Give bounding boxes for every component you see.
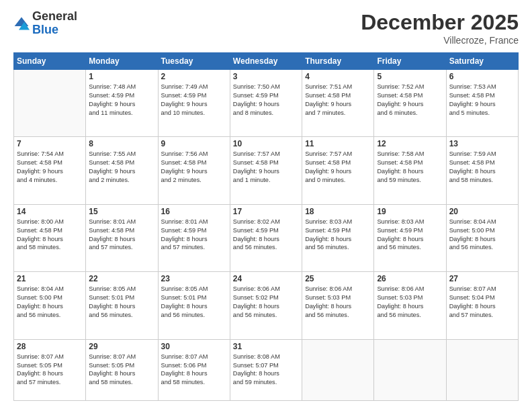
location: Villecroze, France bbox=[361, 35, 519, 46]
calendar-cell bbox=[446, 339, 518, 400]
day-number: 27 bbox=[449, 274, 515, 283]
day-info: Sunrise: 7:57 AM Sunset: 4:58 PM Dayligh… bbox=[305, 150, 371, 185]
calendar-cell: 17Sunrise: 8:02 AM Sunset: 4:59 PM Dayli… bbox=[230, 204, 302, 271]
day-number: 17 bbox=[233, 207, 299, 216]
calendar-cell: 25Sunrise: 8:06 AM Sunset: 5:03 PM Dayli… bbox=[302, 272, 374, 339]
day-number: 15 bbox=[89, 207, 154, 216]
calendar-cell: 6Sunrise: 7:53 AM Sunset: 4:58 PM Daylig… bbox=[446, 70, 518, 137]
day-number: 4 bbox=[305, 72, 371, 81]
day-info: Sunrise: 8:01 AM Sunset: 4:59 PM Dayligh… bbox=[161, 218, 227, 253]
calendar-cell: 27Sunrise: 8:07 AM Sunset: 5:04 PM Dayli… bbox=[446, 272, 518, 339]
month-title: December 2025 bbox=[361, 10, 519, 35]
day-number: 12 bbox=[377, 139, 443, 148]
calendar-cell: 9Sunrise: 7:56 AM Sunset: 4:58 PM Daylig… bbox=[158, 137, 230, 204]
day-info: Sunrise: 7:57 AM Sunset: 4:58 PM Dayligh… bbox=[233, 150, 299, 185]
day-info: Sunrise: 7:54 AM Sunset: 4:58 PM Dayligh… bbox=[17, 150, 83, 185]
week-row-3: 14Sunrise: 8:00 AM Sunset: 4:58 PM Dayli… bbox=[14, 204, 519, 271]
week-row-1: 1Sunrise: 7:48 AM Sunset: 4:59 PM Daylig… bbox=[14, 70, 519, 137]
day-number: 5 bbox=[377, 72, 443, 81]
calendar-cell: 8Sunrise: 7:55 AM Sunset: 4:58 PM Daylig… bbox=[86, 137, 158, 204]
calendar-cell: 29Sunrise: 8:07 AM Sunset: 5:05 PM Dayli… bbox=[86, 339, 158, 400]
header-friday: Friday bbox=[374, 53, 446, 70]
day-info: Sunrise: 8:05 AM Sunset: 5:01 PM Dayligh… bbox=[89, 285, 154, 320]
day-info: Sunrise: 7:59 AM Sunset: 4:58 PM Dayligh… bbox=[449, 150, 515, 185]
day-info: Sunrise: 8:05 AM Sunset: 5:01 PM Dayligh… bbox=[161, 285, 227, 320]
header-sunday: Sunday bbox=[14, 53, 86, 70]
day-number: 20 bbox=[449, 207, 515, 216]
day-number: 28 bbox=[17, 342, 83, 351]
day-number: 31 bbox=[233, 342, 299, 351]
day-number: 2 bbox=[161, 72, 227, 81]
day-info: Sunrise: 8:02 AM Sunset: 4:59 PM Dayligh… bbox=[233, 218, 299, 253]
header-monday: Monday bbox=[86, 53, 158, 70]
day-info: Sunrise: 7:49 AM Sunset: 4:59 PM Dayligh… bbox=[161, 83, 227, 118]
calendar-cell bbox=[14, 70, 86, 137]
day-info: Sunrise: 7:48 AM Sunset: 4:59 PM Dayligh… bbox=[89, 83, 154, 118]
calendar-cell: 14Sunrise: 8:00 AM Sunset: 4:58 PM Dayli… bbox=[14, 204, 86, 271]
calendar-cell: 11Sunrise: 7:57 AM Sunset: 4:58 PM Dayli… bbox=[302, 137, 374, 204]
day-info: Sunrise: 7:53 AM Sunset: 4:58 PM Dayligh… bbox=[449, 83, 515, 118]
day-info: Sunrise: 7:55 AM Sunset: 4:58 PM Dayligh… bbox=[89, 150, 154, 185]
day-info: Sunrise: 8:04 AM Sunset: 5:00 PM Dayligh… bbox=[17, 285, 83, 320]
calendar-cell: 23Sunrise: 8:05 AM Sunset: 5:01 PM Dayli… bbox=[158, 272, 230, 339]
day-number: 11 bbox=[305, 139, 371, 148]
calendar-cell: 26Sunrise: 8:06 AM Sunset: 5:03 PM Dayli… bbox=[374, 272, 446, 339]
page: General Blue December 2025 Villecroze, F… bbox=[0, 0, 532, 411]
calendar-cell: 28Sunrise: 8:07 AM Sunset: 5:05 PM Dayli… bbox=[14, 339, 86, 400]
logo-icon bbox=[13, 15, 30, 32]
day-number: 6 bbox=[449, 72, 515, 81]
day-info: Sunrise: 8:07 AM Sunset: 5:05 PM Dayligh… bbox=[17, 353, 83, 387]
calendar-header-row: Sunday Monday Tuesday Wednesday Thursday… bbox=[14, 53, 519, 70]
calendar-cell bbox=[302, 339, 374, 400]
calendar-cell: 3Sunrise: 7:50 AM Sunset: 4:59 PM Daylig… bbox=[230, 70, 302, 137]
header-thursday: Thursday bbox=[302, 53, 374, 70]
calendar-cell: 21Sunrise: 8:04 AM Sunset: 5:00 PM Dayli… bbox=[14, 272, 86, 339]
header-saturday: Saturday bbox=[446, 53, 518, 70]
day-info: Sunrise: 8:03 AM Sunset: 4:59 PM Dayligh… bbox=[377, 218, 443, 253]
header-wednesday: Wednesday bbox=[230, 53, 302, 70]
day-number: 14 bbox=[17, 207, 83, 216]
calendar-cell: 31Sunrise: 8:08 AM Sunset: 5:07 PM Dayli… bbox=[230, 339, 302, 400]
day-info: Sunrise: 7:58 AM Sunset: 4:58 PM Dayligh… bbox=[377, 150, 443, 185]
day-info: Sunrise: 7:52 AM Sunset: 4:58 PM Dayligh… bbox=[377, 83, 443, 118]
calendar-cell: 16Sunrise: 8:01 AM Sunset: 4:59 PM Dayli… bbox=[158, 204, 230, 271]
header-tuesday: Tuesday bbox=[158, 53, 230, 70]
day-number: 26 bbox=[377, 274, 443, 283]
calendar-cell: 2Sunrise: 7:49 AM Sunset: 4:59 PM Daylig… bbox=[158, 70, 230, 137]
day-info: Sunrise: 8:07 AM Sunset: 5:05 PM Dayligh… bbox=[89, 353, 154, 387]
day-number: 16 bbox=[161, 207, 227, 216]
calendar-cell: 24Sunrise: 8:06 AM Sunset: 5:02 PM Dayli… bbox=[230, 272, 302, 339]
week-row-2: 7Sunrise: 7:54 AM Sunset: 4:58 PM Daylig… bbox=[14, 137, 519, 204]
calendar-cell: 30Sunrise: 8:07 AM Sunset: 5:06 PM Dayli… bbox=[158, 339, 230, 400]
day-number: 30 bbox=[161, 342, 227, 351]
day-info: Sunrise: 8:07 AM Sunset: 5:06 PM Dayligh… bbox=[161, 353, 227, 387]
day-info: Sunrise: 8:03 AM Sunset: 4:59 PM Dayligh… bbox=[305, 218, 371, 253]
calendar-cell: 15Sunrise: 8:01 AM Sunset: 4:58 PM Dayli… bbox=[86, 204, 158, 271]
day-info: Sunrise: 7:56 AM Sunset: 4:58 PM Dayligh… bbox=[161, 150, 227, 185]
day-info: Sunrise: 8:06 AM Sunset: 5:02 PM Dayligh… bbox=[233, 285, 299, 320]
title-area: December 2025 Villecroze, France bbox=[361, 10, 519, 46]
calendar-cell: 19Sunrise: 8:03 AM Sunset: 4:59 PM Dayli… bbox=[374, 204, 446, 271]
logo: General Blue bbox=[13, 10, 77, 37]
day-number: 29 bbox=[89, 342, 154, 351]
day-number: 19 bbox=[377, 207, 443, 216]
day-info: Sunrise: 8:00 AM Sunset: 4:58 PM Dayligh… bbox=[17, 218, 83, 253]
day-number: 13 bbox=[449, 139, 515, 148]
day-number: 3 bbox=[233, 72, 299, 81]
svg-marker-0 bbox=[15, 17, 29, 26]
day-number: 8 bbox=[89, 139, 154, 148]
calendar-cell: 7Sunrise: 7:54 AM Sunset: 4:58 PM Daylig… bbox=[14, 137, 86, 204]
calendar-cell: 10Sunrise: 7:57 AM Sunset: 4:58 PM Dayli… bbox=[230, 137, 302, 204]
week-row-4: 21Sunrise: 8:04 AM Sunset: 5:00 PM Dayli… bbox=[14, 272, 519, 339]
week-row-5: 28Sunrise: 8:07 AM Sunset: 5:05 PM Dayli… bbox=[14, 339, 519, 400]
calendar-cell: 13Sunrise: 7:59 AM Sunset: 4:58 PM Dayli… bbox=[446, 137, 518, 204]
day-number: 1 bbox=[89, 72, 154, 81]
day-number: 24 bbox=[233, 274, 299, 283]
calendar-cell: 20Sunrise: 8:04 AM Sunset: 5:00 PM Dayli… bbox=[446, 204, 518, 271]
day-info: Sunrise: 8:04 AM Sunset: 5:00 PM Dayligh… bbox=[449, 218, 515, 253]
day-info: Sunrise: 7:50 AM Sunset: 4:59 PM Dayligh… bbox=[233, 83, 299, 118]
day-number: 21 bbox=[17, 274, 83, 283]
day-number: 18 bbox=[305, 207, 371, 216]
calendar-cell bbox=[374, 339, 446, 400]
day-info: Sunrise: 7:51 AM Sunset: 4:58 PM Dayligh… bbox=[305, 83, 371, 118]
